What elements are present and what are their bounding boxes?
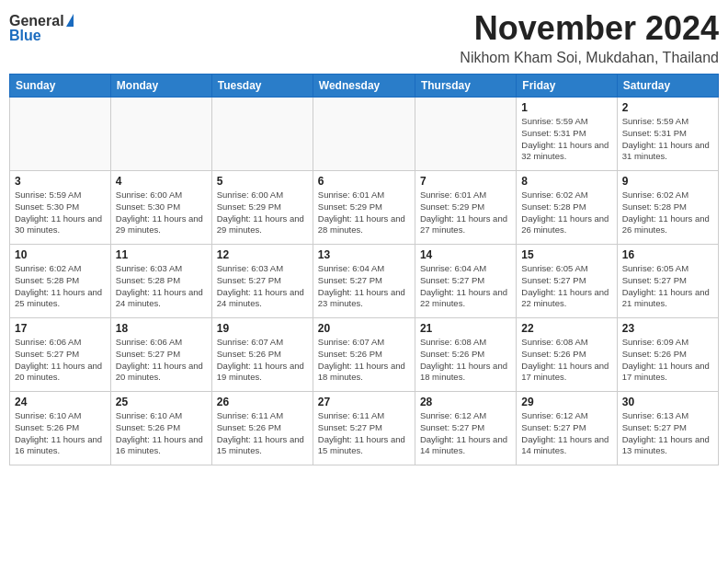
calendar-cell: 17Sunrise: 6:06 AM Sunset: 5:27 PM Dayli… <box>10 318 111 392</box>
calendar-cell: 5Sunrise: 6:00 AM Sunset: 5:29 PM Daylig… <box>211 171 313 245</box>
calendar-week-row: 17Sunrise: 6:06 AM Sunset: 5:27 PM Dayli… <box>10 318 719 392</box>
day-number: 13 <box>318 248 410 261</box>
calendar-cell: 21Sunrise: 6:08 AM Sunset: 5:26 PM Dayli… <box>415 318 516 392</box>
day-number: 30 <box>622 396 713 408</box>
day-number: 18 <box>116 322 207 335</box>
day-info: Sunrise: 6:02 AM Sunset: 5:28 PM Dayligh… <box>622 190 713 236</box>
calendar-cell: 11Sunrise: 6:03 AM Sunset: 5:28 PM Dayli… <box>110 245 211 318</box>
day-number: 27 <box>318 396 410 408</box>
calendar-header-thursday: Thursday <box>415 75 516 98</box>
calendar-cell: 9Sunrise: 6:02 AM Sunset: 5:28 PM Daylig… <box>617 171 718 245</box>
day-number: 21 <box>420 322 511 335</box>
day-number: 4 <box>116 175 207 188</box>
calendar-cell: 2Sunrise: 5:59 AM Sunset: 5:31 PM Daylig… <box>617 98 718 171</box>
calendar-cell: 12Sunrise: 6:03 AM Sunset: 5:27 PM Dayli… <box>211 245 313 318</box>
page-header: General Blue November 2024 Nikhom Kham S… <box>9 9 719 66</box>
calendar-week-row: 3Sunrise: 5:59 AM Sunset: 5:30 PM Daylig… <box>10 171 719 245</box>
calendar-week-row: 1Sunrise: 5:59 AM Sunset: 5:31 PM Daylig… <box>10 98 719 171</box>
day-info: Sunrise: 6:12 AM Sunset: 5:27 PM Dayligh… <box>420 410 511 457</box>
day-info: Sunrise: 6:10 AM Sunset: 5:26 PM Dayligh… <box>15 410 106 457</box>
day-info: Sunrise: 6:10 AM Sunset: 5:26 PM Dayligh… <box>116 410 207 457</box>
calendar-cell: 18Sunrise: 6:06 AM Sunset: 5:27 PM Dayli… <box>110 318 211 392</box>
calendar-table: SundayMondayTuesdayWednesdayThursdayFrid… <box>9 74 719 465</box>
day-info: Sunrise: 6:04 AM Sunset: 5:27 PM Dayligh… <box>420 263 511 310</box>
day-info: Sunrise: 6:00 AM Sunset: 5:29 PM Dayligh… <box>217 190 308 236</box>
day-info: Sunrise: 6:03 AM Sunset: 5:27 PM Dayligh… <box>217 263 308 310</box>
day-info: Sunrise: 6:09 AM Sunset: 5:26 PM Dayligh… <box>622 337 713 384</box>
calendar-cell: 26Sunrise: 6:11 AM Sunset: 5:26 PM Dayli… <box>211 392 313 465</box>
logo-blue: Blue <box>9 28 41 44</box>
day-number: 22 <box>521 322 611 335</box>
day-info: Sunrise: 6:05 AM Sunset: 5:27 PM Dayligh… <box>521 263 611 310</box>
calendar-cell: 7Sunrise: 6:01 AM Sunset: 5:29 PM Daylig… <box>415 171 516 245</box>
day-number: 14 <box>420 248 511 261</box>
day-number: 12 <box>217 248 308 261</box>
day-info: Sunrise: 5:59 AM Sunset: 5:31 PM Dayligh… <box>521 116 611 163</box>
day-info: Sunrise: 6:07 AM Sunset: 5:26 PM Dayligh… <box>318 337 410 384</box>
logo: General Blue <box>9 13 74 44</box>
day-number: 2 <box>622 101 713 114</box>
day-number: 11 <box>116 248 207 261</box>
calendar-cell: 16Sunrise: 6:05 AM Sunset: 5:27 PM Dayli… <box>617 245 718 318</box>
day-info: Sunrise: 6:01 AM Sunset: 5:29 PM Dayligh… <box>420 190 511 236</box>
location-title: Nikhom Kham Soi, Mukdahan, Thailand <box>460 50 719 66</box>
calendar-cell: 27Sunrise: 6:11 AM Sunset: 5:27 PM Dayli… <box>313 392 415 465</box>
calendar-cell: 28Sunrise: 6:12 AM Sunset: 5:27 PM Dayli… <box>415 392 516 465</box>
day-number: 26 <box>217 396 308 408</box>
calendar-cell <box>110 98 211 171</box>
day-number: 5 <box>217 175 308 188</box>
day-info: Sunrise: 6:06 AM Sunset: 5:27 PM Dayligh… <box>116 337 207 384</box>
day-number: 23 <box>622 322 713 335</box>
day-number: 17 <box>15 322 106 335</box>
calendar-cell: 23Sunrise: 6:09 AM Sunset: 5:26 PM Dayli… <box>617 318 718 392</box>
day-number: 19 <box>217 322 308 335</box>
logo-icon <box>66 14 74 27</box>
calendar-cell <box>10 98 111 171</box>
calendar-header-row: SundayMondayTuesdayWednesdayThursdayFrid… <box>10 75 719 98</box>
day-number: 16 <box>622 248 713 261</box>
calendar-week-row: 24Sunrise: 6:10 AM Sunset: 5:26 PM Dayli… <box>10 392 719 465</box>
day-info: Sunrise: 6:06 AM Sunset: 5:27 PM Dayligh… <box>15 337 106 384</box>
day-info: Sunrise: 6:02 AM Sunset: 5:28 PM Dayligh… <box>15 263 106 310</box>
calendar-cell: 30Sunrise: 6:13 AM Sunset: 5:27 PM Dayli… <box>617 392 718 465</box>
day-number: 28 <box>420 396 511 408</box>
day-number: 3 <box>15 175 106 188</box>
month-title: November 2024 <box>460 9 719 48</box>
calendar-cell: 25Sunrise: 6:10 AM Sunset: 5:26 PM Dayli… <box>110 392 211 465</box>
day-number: 8 <box>521 175 611 188</box>
day-number: 29 <box>521 396 611 408</box>
calendar-cell: 14Sunrise: 6:04 AM Sunset: 5:27 PM Dayli… <box>415 245 516 318</box>
day-number: 9 <box>622 175 713 188</box>
day-info: Sunrise: 6:08 AM Sunset: 5:26 PM Dayligh… <box>420 337 511 384</box>
calendar-cell: 19Sunrise: 6:07 AM Sunset: 5:26 PM Dayli… <box>211 318 313 392</box>
day-info: Sunrise: 6:11 AM Sunset: 5:26 PM Dayligh… <box>217 410 308 457</box>
day-info: Sunrise: 6:02 AM Sunset: 5:28 PM Dayligh… <box>521 190 611 236</box>
day-info: Sunrise: 6:00 AM Sunset: 5:30 PM Dayligh… <box>116 190 207 236</box>
day-number: 20 <box>318 322 410 335</box>
calendar-header-wednesday: Wednesday <box>313 75 415 98</box>
calendar-header-saturday: Saturday <box>617 75 718 98</box>
calendar-cell: 10Sunrise: 6:02 AM Sunset: 5:28 PM Dayli… <box>10 245 111 318</box>
day-info: Sunrise: 6:07 AM Sunset: 5:26 PM Dayligh… <box>217 337 308 384</box>
calendar-cell: 22Sunrise: 6:08 AM Sunset: 5:26 PM Dayli… <box>517 318 617 392</box>
calendar-header-sunday: Sunday <box>10 75 111 98</box>
day-number: 6 <box>318 175 410 188</box>
day-number: 24 <box>15 396 106 408</box>
calendar-week-row: 10Sunrise: 6:02 AM Sunset: 5:28 PM Dayli… <box>10 245 719 318</box>
day-info: Sunrise: 5:59 AM Sunset: 5:30 PM Dayligh… <box>15 190 106 236</box>
calendar-cell: 15Sunrise: 6:05 AM Sunset: 5:27 PM Dayli… <box>517 245 617 318</box>
calendar-cell: 3Sunrise: 5:59 AM Sunset: 5:30 PM Daylig… <box>10 171 111 245</box>
calendar-cell <box>211 98 313 171</box>
calendar-cell: 1Sunrise: 5:59 AM Sunset: 5:31 PM Daylig… <box>517 98 617 171</box>
calendar-cell: 20Sunrise: 6:07 AM Sunset: 5:26 PM Dayli… <box>313 318 415 392</box>
day-info: Sunrise: 6:05 AM Sunset: 5:27 PM Dayligh… <box>622 263 713 310</box>
calendar-cell: 29Sunrise: 6:12 AM Sunset: 5:27 PM Dayli… <box>517 392 617 465</box>
calendar-cell: 13Sunrise: 6:04 AM Sunset: 5:27 PM Dayli… <box>313 245 415 318</box>
calendar-cell: 8Sunrise: 6:02 AM Sunset: 5:28 PM Daylig… <box>517 171 617 245</box>
day-number: 25 <box>116 396 207 408</box>
day-number: 1 <box>521 101 611 114</box>
day-info: Sunrise: 6:11 AM Sunset: 5:27 PM Dayligh… <box>318 410 410 457</box>
title-block: November 2024 Nikhom Kham Soi, Mukdahan,… <box>460 9 719 66</box>
calendar-cell <box>313 98 415 171</box>
day-info: Sunrise: 6:01 AM Sunset: 5:29 PM Dayligh… <box>318 190 410 236</box>
